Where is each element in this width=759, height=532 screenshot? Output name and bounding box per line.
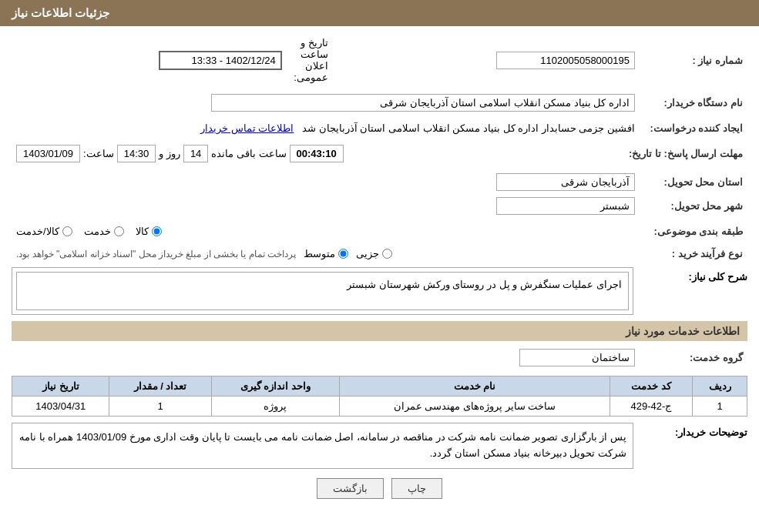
delivery-province-value: آذربایجان شرقی [496,173,635,191]
need-desc-outer: اجرای عملیات سنگفرش و پل در روستای ورکش … [12,267,633,315]
process-note: پرداخت تمام یا بخشی از مبلغ خریداز محل "… [16,249,296,259]
cell-service_name: ساخت سایر پروژه‌های مهندسی عمران [340,396,610,417]
cell-row_num: 1 [693,396,747,417]
col-date: تاریخ نیاز [12,376,109,396]
subject-khedmat-label: خدمت [84,226,111,237]
process-jozii-label: جزیی [356,248,379,259]
cell-date: 1403/04/31 [12,396,109,417]
buttons-row: چاپ بازگشت [12,478,747,499]
service-group-cell: ساختمان [12,346,640,370]
service-group-value: ساختمان [519,349,635,366]
buyer-org-cell: اداره کل بنیاد مسکن انقلاب اسلامی استان … [12,91,640,115]
delivery-city-cell: شبستر [12,194,640,218]
need-desc-value: اجرای عملیات سنگفرش و پل در روستای ورکش … [16,272,629,310]
buyer-org-label: نام دستگاه خریدار: [640,91,747,115]
subject-radio-group: کالا/خدمت خدمت کالا [16,226,635,237]
print-button[interactable]: چاپ [391,478,442,499]
main-content: شماره نیاز : 1102005058000195 تاریخ و سا… [0,26,759,516]
cell-service_code: ج-42-429 [610,396,693,417]
subject-radio-kala-khedmat: کالا/خدمت [16,226,72,237]
delivery-city-label: شهر محل تحویل: [640,194,747,218]
services-table: ردیف کد خدمت نام خدمت واحد اندازه گیری ت… [12,376,747,417]
need-number-table: شماره نیاز : 1102005058000195 تاریخ و سا… [12,34,747,86]
service-group-table: گروه خدمت: ساختمان [12,346,747,370]
subject-kala-khedmat-label: کالا/خدمت [16,226,59,237]
creator-cell: افشین جزمی حسابدار اداره کل بنیاد مسکن ا… [12,119,640,137]
creator-link[interactable]: اطلاعات تماس خریدار [200,122,294,134]
need-desc-label: شرح کلی نیاز: [640,267,747,283]
cell-unit: پروژه [211,396,340,417]
announcement-date-label: تاریخ و ساعت اعلان عمومی: [294,37,328,83]
back-button[interactable]: بازگشت [317,478,384,499]
deadline-time: 14:30 [117,145,156,162]
col-service-code: کد خدمت [610,376,693,396]
creator-table: ایجاد کننده درخواست: افشین جزمی حسابدار … [12,119,747,137]
need-number-value: 1102005058000195 [496,52,635,69]
subject-radio-kala: کالا [136,226,162,237]
buyer-notes-label: توضیحات خریدار: [640,423,747,438]
buyer-notes-section: توضیحات خریدار: پس از بارگزاری تصویر ضما… [12,423,747,469]
process-row: پرداخت تمام یا بخشی از مبلغ خریداز محل "… [16,248,635,259]
process-radio-mutawaset-input[interactable] [338,249,348,259]
announcement-date-value: 1402/12/24 - 13:33 [159,51,282,70]
need-desc-section: شرح کلی نیاز: اجرای عملیات سنگفرش و پل د… [12,267,747,315]
services-section-title: اطلاعات خدمات مورد نیاز [12,321,747,341]
process-radio-jozii: جزیی [356,248,392,259]
subject-cell: کالا/خدمت خدمت کالا [12,223,640,240]
page-title: جزئیات اطلاعات نیاز [12,6,109,19]
service-group-label: گروه خدمت: [640,346,747,370]
remaining-label: ساعت باقی مانده [211,148,286,159]
creator-label: ایجاد کننده درخواست: [640,119,747,137]
subject-label: طبقه بندی موضوعی: [640,223,747,240]
process-cell: پرداخت تمام یا بخشی از مبلغ خریداز محل "… [12,245,640,263]
subject-table: طبقه بندی موضوعی: کالا/خدمت خدمت [12,223,747,240]
subject-radio-khedmat: خدمت [84,226,124,237]
process-radio-jozii-input[interactable] [382,249,392,259]
page-wrapper: جزئیات اطلاعات نیاز شماره نیاز : 1102005… [0,0,759,532]
buyer-notes-value: پس از بارگزاری تصویر ضمانت نامه شرکت در … [12,423,633,469]
day-label: روز و [159,148,180,159]
deadline-label: مهلت ارسال پاسخ: تا تاریخ: [624,142,747,166]
watermark-area: شماره نیاز : 1102005058000195 تاریخ و سا… [12,34,747,499]
table-row: 1ج-42-429ساخت سایر پروژه‌های مهندسی عمرا… [12,396,747,417]
process-table: نوع فرآیند خرید : پرداخت تمام یا بخشی از… [12,245,747,263]
time-label: ساعت: [83,148,114,159]
deadline-cell: 1403/01/09 ساعت: 14:30 روز و 14 ساعت باق… [12,142,624,166]
subject-radio-khedmat-input[interactable] [114,226,124,236]
deadline-table: مهلت ارسال پاسخ: تا تاریخ: 1403/01/09 سا… [12,142,747,166]
need-number-label: شماره نیاز : [640,34,747,86]
col-row-num: ردیف [693,376,747,396]
need-desc-row: شرح کلی نیاز: اجرای عملیات سنگفرش و پل د… [12,267,747,315]
subject-radio-kala-khedmat-input[interactable] [62,226,72,236]
buyer-org-table: نام دستگاه خریدار: اداره کل بنیاد مسکن ا… [12,91,747,115]
buyer-org-value: اداره کل بنیاد مسکن انقلاب اسلامی استان … [211,94,635,112]
announcement-date-cell: 1402/12/24 - 13:33 [12,34,287,86]
need-number-cell: 1102005058000195 [333,34,640,86]
cell-quantity: 1 [109,396,211,417]
subject-radio-kala-input[interactable] [152,226,162,236]
delivery-city-value: شبستر [496,197,635,215]
delivery-province-cell: آذربایجان شرقی [12,170,640,194]
subject-kala-label: کالا [136,226,149,237]
remaining-time: 00:43:10 [290,145,344,162]
delivery-table: استان محل تحویل: آذربایجان شرقی شهر محل … [12,170,747,218]
delivery-province-label: استان محل تحویل: [640,170,747,194]
col-unit: واحد اندازه گیری [211,376,340,396]
process-radio-mutawaset: متوسط [304,248,348,259]
process-mutawaset-label: متوسط [304,248,335,259]
col-quantity: تعداد / مقدار [109,376,211,396]
deadline-date: 1403/01/09 [16,145,80,162]
announcement-date-label-cell: تاریخ و ساعت اعلان عمومی: [287,34,333,86]
creator-value: افشین جزمی حسابدار اداره کل بنیاد مسکن ا… [302,122,635,134]
buyer-notes-row: توضیحات خریدار: پس از بارگزاری تصویر ضما… [12,423,747,469]
col-service-name: نام خدمت [340,376,610,396]
deadline-row: 1403/01/09 ساعت: 14:30 روز و 14 ساعت باق… [16,145,620,162]
page-header: جزئیات اطلاعات نیاز [0,0,759,26]
deadline-days: 14 [183,145,208,162]
process-label: نوع فرآیند خرید : [640,245,747,263]
